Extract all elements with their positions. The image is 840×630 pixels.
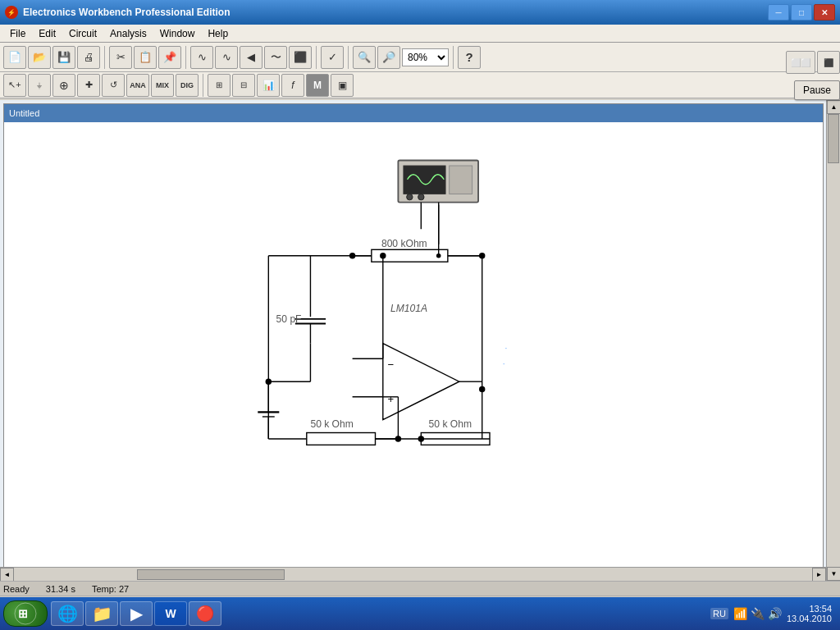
scroll-thumb-horizontal[interactable]	[137, 569, 285, 580]
status-ready: Ready	[3, 584, 30, 594]
menu-edit[interactable]: Edit	[32, 26, 62, 41]
graph-button[interactable]: 📊	[257, 74, 280, 97]
rotate-tool[interactable]: ↺	[102, 74, 125, 97]
junction-tool[interactable]: ⊕	[52, 74, 75, 97]
svg-point-4	[418, 194, 424, 199]
svg-point-55	[436, 253, 441, 258]
zoom-select[interactable]: 80% 50% 75% 100% 125% 150% 200%	[402, 48, 449, 66]
component2-button[interactable]: ⊟	[232, 74, 255, 97]
print-button[interactable]: 🖨	[77, 46, 100, 69]
window-controls: ─ □ ✕	[768, 4, 835, 21]
svg-text:50 k Ohm: 50 k Ohm	[310, 418, 353, 430]
tray-usb-icon: 🔌	[751, 607, 765, 620]
scroll-left-button[interactable]: ◄	[0, 568, 14, 582]
svg-text:·: ·	[503, 359, 505, 368]
taskbar-item-media[interactable]: ▶	[120, 601, 153, 626]
scroll-track-vertical[interactable]	[827, 114, 840, 567]
function-button[interactable]: f	[281, 74, 304, 97]
svg-text:800 kOhm: 800 kOhm	[381, 238, 427, 249]
display-button[interactable]: ▣	[331, 74, 354, 97]
language-badge: RU	[710, 608, 728, 619]
taskbar-item-ie[interactable]: 🌐	[51, 601, 84, 626]
analysis1-button[interactable]: ∿	[190, 46, 213, 69]
svg-text:·: ·	[505, 344, 508, 353]
back-button[interactable]: ◀	[240, 46, 262, 69]
digit-button[interactable]: DIG	[176, 74, 199, 97]
vertical-scrollbar[interactable]: ▲ ▼	[826, 100, 840, 581]
analysis2-button[interactable]: ∿	[215, 46, 238, 69]
scope-button[interactable]: ⬛	[289, 46, 312, 69]
m-button[interactable]: M	[306, 74, 329, 97]
clock: 13:54 13.04.2010	[787, 604, 832, 623]
start-button[interactable]: ⊞	[3, 600, 48, 627]
scroll-down-button[interactable]: ▼	[827, 567, 840, 581]
svg-point-19	[349, 253, 355, 258]
pause-button[interactable]: Pause	[794, 80, 840, 100]
scroll-right-button[interactable]: ►	[812, 568, 826, 582]
pause-panel: ⬜⬜ ⬛ Pause	[786, 51, 840, 100]
status-time: 31.34 s	[46, 584, 75, 594]
wave-button[interactable]: 〜	[264, 46, 287, 69]
ana-button[interactable]: ANA	[126, 74, 149, 97]
sep5	[453, 46, 454, 69]
title-bar: ⚡ Electronics Workbench Professional Edi…	[0, 0, 840, 25]
taskbar-item-ewb[interactable]: 🔴	[189, 601, 221, 626]
minimize-button[interactable]: ─	[768, 4, 789, 21]
toolbar-main: 📄 📂 💾 🖨 ✂ 📋 📌 ∿ ∿ ◀ 〜 ⬛ ✓ 🔍 🔎 80% 50% 75…	[0, 43, 840, 72]
menu-file[interactable]: File	[3, 26, 32, 41]
svg-marker-44	[383, 344, 459, 420]
wire-tool[interactable]: ✚	[77, 74, 100, 97]
taskbar-item-explorer[interactable]: 📁	[85, 601, 118, 626]
svg-rect-2	[450, 166, 472, 194]
svg-text:50 pF: 50 pF	[276, 313, 302, 325]
app-title: Electronics Workbench Professional Editi…	[23, 7, 768, 18]
tray-volume-icon: 🔊	[768, 607, 782, 620]
scroll-thumb-vertical[interactable]	[828, 114, 839, 163]
svg-text:⊞: ⊞	[18, 607, 28, 620]
scroll-up-button[interactable]: ▲	[827, 100, 840, 114]
svg-rect-31	[307, 433, 376, 445]
document-title: Untitled	[9, 108, 39, 118]
menu-circuit[interactable]: Circuit	[62, 26, 103, 41]
svg-text:LM101A: LM101A	[390, 303, 427, 314]
close-button[interactable]: ✕	[814, 4, 835, 21]
maximize-button[interactable]: □	[791, 4, 812, 21]
sep6	[203, 74, 203, 97]
horizontal-scrollbar[interactable]: ◄ ►	[0, 567, 826, 581]
status-top: Ready 31.34 s Temp: 27	[0, 582, 840, 596]
inst2-button[interactable]: ⬛	[817, 51, 840, 74]
circuit-diagram: 50 pF 800 kOhm	[4, 122, 823, 580]
clock-date: 13.04.2010	[787, 614, 832, 623]
svg-text:−: −	[387, 358, 394, 371]
zoom-in-button[interactable]: 🔎	[377, 46, 400, 69]
open-button[interactable]: 📂	[28, 46, 51, 69]
help-button[interactable]: ?	[458, 46, 481, 69]
paste-button[interactable]: 📌	[158, 46, 181, 69]
windows-taskbar: ⊞ 🌐 📁 ▶ W 🔴 RU 📶 🔌 🔊 13:54 13.04.2010	[0, 597, 840, 630]
save-button[interactable]: 💾	[52, 46, 75, 69]
ground-tool[interactable]: ⏚	[28, 74, 51, 97]
menu-window[interactable]: Window	[153, 26, 202, 41]
svg-point-3	[407, 194, 413, 199]
component1-button[interactable]: ⊞	[208, 74, 231, 97]
app-icon: ⚡	[5, 6, 18, 19]
toolbar-secondary: ↖+ ⏚ ⊕ ✚ ↺ ANA MIX DIG ⊞ ⊟ 📊 f M ▣	[0, 72, 840, 98]
taskbar-right: RU 📶 🔌 🔊 13:54 13.04.2010	[705, 604, 837, 623]
sep3	[316, 46, 317, 69]
mixed-button[interactable]: MIX	[151, 74, 174, 97]
status-temp: Temp: 27	[92, 584, 129, 594]
cut-button[interactable]: ✂	[109, 46, 132, 69]
tray-network-icon: 📶	[733, 607, 747, 620]
menu-analysis[interactable]: Analysis	[103, 26, 153, 41]
taskbar-item-word[interactable]: W	[154, 601, 187, 626]
inst1-button[interactable]: ⬜⬜	[786, 51, 815, 74]
check-button[interactable]: ✓	[321, 46, 344, 69]
circuit-canvas[interactable]: 50 pF 800 kOhm	[4, 122, 823, 580]
scroll-track-horizontal[interactable]	[14, 568, 812, 581]
pointer-tool[interactable]: ↖+	[3, 74, 26, 97]
zoom-out-button[interactable]: 🔍	[353, 46, 376, 69]
new-button[interactable]: 📄	[3, 46, 26, 69]
status-bar: Ready 31.34 s Temp: 27	[0, 581, 840, 597]
copy-button[interactable]: 📋	[134, 46, 157, 69]
menu-help[interactable]: Help	[201, 26, 235, 41]
